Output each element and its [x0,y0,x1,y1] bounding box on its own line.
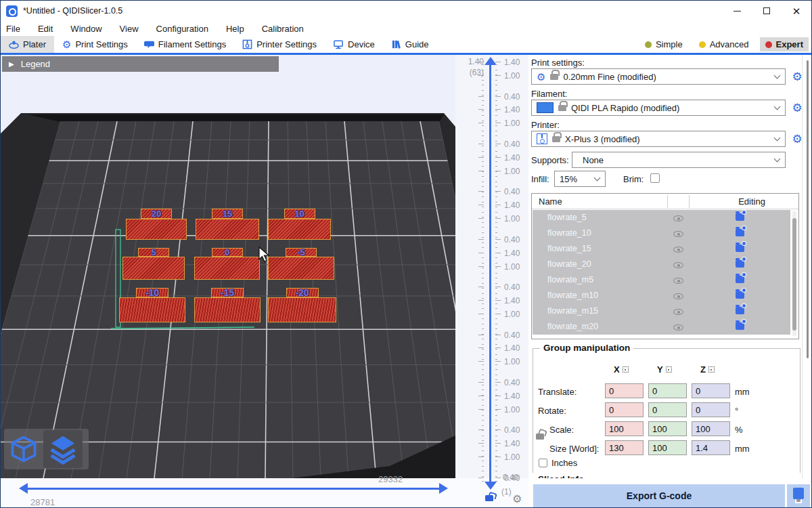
tab-plater[interactable]: Plater [1,36,54,53]
edit-settings-icon[interactable] [736,260,744,268]
plater-3d-viewport[interactable]: ▶ Legend 20 15 10 5 0 -5 -10 -15 -20 [1,55,455,478]
menu-calibration[interactable]: Calibration [262,24,304,34]
rotate-y-field[interactable]: 0 [648,402,687,417]
infill-combo[interactable]: 15% [554,171,606,187]
tab-device[interactable]: Device [325,36,383,53]
rotate-x-field[interactable]: 0 [605,402,644,417]
layer-settings-gear-icon[interactable]: ⚙ [512,492,522,505]
device-icon [333,39,344,49]
menu-file[interactable]: File [6,24,20,34]
patch-body [122,257,185,280]
object-row[interactable]: flowrate_m5 [533,272,790,288]
export-gcode-button[interactable]: Export G-code [533,484,785,507]
flowrate-patch-0[interactable]: 0 [194,248,260,280]
layer-lock-icon[interactable] [485,495,493,501]
printer-combo[interactable]: X-Plus 3 (modified) [531,131,786,147]
preview-view-button[interactable] [43,430,83,468]
edit-settings-icon[interactable] [736,307,744,314]
eye-icon[interactable] [673,324,683,331]
flowrate-patch-m20[interactable]: -20 [268,288,336,322]
panel-scrollbar[interactable] [807,60,809,358]
menu-window[interactable]: Window [70,24,102,34]
tab-print-settings[interactable]: ⚙ Print Settings [54,36,136,53]
flowrate-patch-5[interactable]: 5 [122,248,185,280]
menu-help[interactable]: Help [226,24,244,34]
minimize-button[interactable] [722,1,752,21]
menu-edit[interactable]: Edit [38,24,53,34]
eye-icon[interactable] [673,309,683,315]
mode-advanced[interactable]: Advanced [694,37,754,51]
flowrate-patch-m10[interactable]: -10 [119,288,185,322]
translate-z-field[interactable]: 0 [692,383,730,398]
eye-icon[interactable] [673,215,683,221]
axis-target-icon[interactable] [708,366,715,373]
filament-combo[interactable]: QIDI PLA Rapido (modified) [531,100,786,116]
edit-settings-icon[interactable] [736,229,744,236]
eye-icon[interactable] [673,278,683,284]
layer-tick-label: 0.40 [504,187,528,196]
axis-target-icon[interactable] [666,366,672,373]
printer-icon [242,39,252,49]
scale-y-field[interactable]: 100 [648,421,687,436]
edit-settings-icon[interactable] [736,276,744,283]
eye-icon[interactable] [673,293,683,299]
flowrate-patch-m5[interactable]: -5 [268,248,334,280]
size-x-field[interactable]: 130 [605,440,644,455]
layer-slider-lower-thumb[interactable] [484,482,497,490]
eye-icon[interactable] [673,262,683,268]
eye-icon[interactable] [673,231,683,237]
object-row[interactable]: flowrate_10 [533,226,790,241]
eye-icon[interactable] [673,247,683,253]
edit-settings-icon[interactable] [736,322,744,330]
tab-filament-settings[interactable]: Filament Settings [136,36,234,53]
mode-expert[interactable]: Expert [760,37,809,51]
patch-body [196,219,259,240]
brim-checkbox[interactable] [650,173,660,183]
menu-view[interactable]: View [120,24,139,34]
uniform-scale-lock-icon[interactable] [536,433,544,440]
size-z-field[interactable]: 1.4 [692,440,730,455]
menu-configuration[interactable]: Configuration [156,24,208,34]
object-row[interactable]: flowrate_15 [533,241,790,257]
move-slider-left-thumb[interactable] [19,483,28,494]
layer-tick-label: 1.00 [504,167,528,176]
flowrate-patch-m15[interactable]: -15 [194,288,261,322]
object-list-scrollbar[interactable] [792,211,796,336]
printer-icon [537,133,547,144]
mode-simple[interactable]: Simple [639,37,688,51]
scale-x-field[interactable]: 100 [605,421,644,436]
size-y-field[interactable]: 100 [648,440,687,455]
translate-x-field[interactable]: 0 [605,383,644,398]
scale-z-field[interactable]: 100 [692,421,730,436]
move-slider-right-thumb[interactable] [439,483,448,494]
supports-combo[interactable]: None [572,152,786,168]
move-slider-track[interactable] [28,488,439,490]
object-row[interactable]: flowrate_20 [533,257,790,272]
print-settings-combo[interactable]: ⚙ 0.20mm Fine (modified) [531,68,786,85]
layer-slider-track[interactable] [489,64,491,483]
edit-settings-icon[interactable] [736,291,744,299]
edit-settings-icon[interactable] [736,213,744,221]
maximize-button[interactable] [752,1,782,21]
close-icon: ✕ [792,6,801,16]
move-slider-left-value: 28781 [30,497,55,507]
flowrate-patch-10[interactable]: 10 [268,209,331,240]
tab-guide[interactable]: Guide [383,36,437,53]
legend-panel[interactable]: ▶ Legend [2,56,279,72]
edit-settings-icon[interactable] [736,245,744,252]
inches-checkbox[interactable] [539,459,547,467]
object-row[interactable]: flowrate_m15 [533,303,790,319]
object-row[interactable]: flowrate_5 [533,210,790,226]
editor-view-button[interactable] [4,430,43,468]
horizontal-slider-strip: 28781 29332 [1,478,528,508]
axis-target-icon[interactable] [623,366,629,373]
close-button[interactable]: ✕ [782,1,811,21]
flowrate-patch-20[interactable]: 20 [126,209,187,240]
object-row[interactable]: flowrate_m20 [533,319,790,335]
object-row[interactable]: flowrate_m10 [533,288,790,303]
rotate-z-field[interactable]: 0 [692,402,730,417]
flowrate-patch-15[interactable]: 15 [196,209,259,240]
tab-printer-settings[interactable]: Printer Settings [234,36,325,53]
export-to-usb-button[interactable] [787,484,810,507]
translate-y-field[interactable]: 0 [648,383,687,398]
